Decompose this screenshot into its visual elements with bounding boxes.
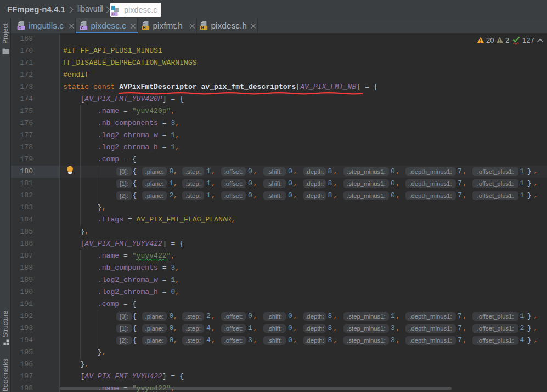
- svg-text:C: C: [112, 12, 115, 16]
- svg-text:C: C: [81, 26, 83, 30]
- svg-text:H: H: [201, 26, 204, 30]
- svg-text:H: H: [143, 26, 145, 30]
- svg-text:C: C: [18, 26, 21, 30]
